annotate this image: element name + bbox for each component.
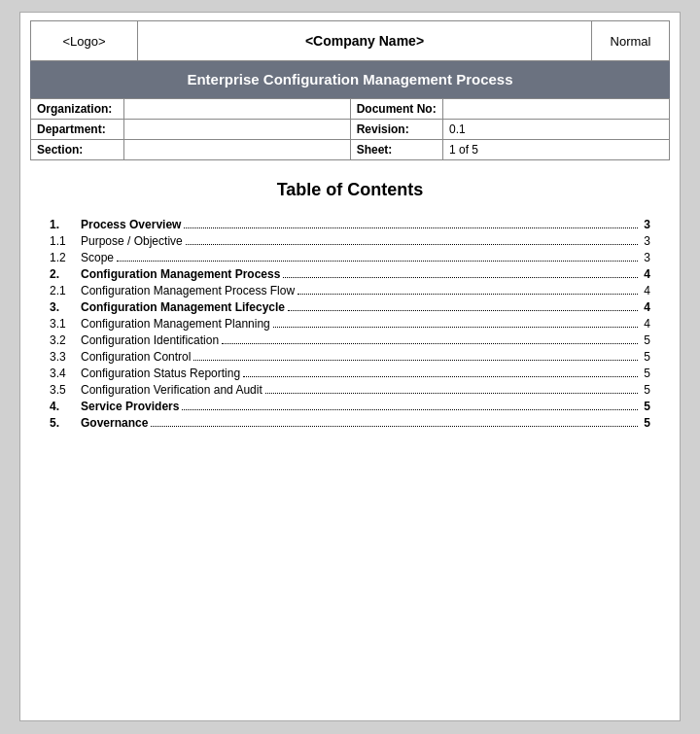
info-table: Organization: Document No: Department: R…	[30, 98, 670, 160]
toc-text: Configuration Management Process Flow	[81, 284, 295, 297]
toc-dots	[184, 227, 638, 228]
normal-cell: Normal	[591, 21, 669, 60]
title-bar: Enterprise Configuration Management Proc…	[30, 61, 670, 98]
toc-page: 4	[641, 284, 650, 297]
toc-dots	[151, 426, 638, 427]
table-row: Section: Sheet: 1 of 5	[31, 140, 670, 160]
toc-number: 2.	[50, 267, 81, 281]
toc-number: 3.2	[50, 333, 81, 347]
toc-page: 5	[641, 367, 650, 380]
sheet-value: 1 of 5	[442, 140, 669, 160]
toc-entry: 2.Configuration Management Process4	[50, 267, 650, 281]
toc-number: 4.	[50, 400, 81, 413]
toc-dots	[186, 244, 638, 245]
toc-text: Scope	[81, 251, 114, 264]
toc-dots	[288, 310, 638, 311]
toc-entry: 4.Service Providers5	[50, 400, 650, 413]
toc-entry: 1.Process Overview3	[50, 218, 650, 231]
toc-text: Configuration Management Planning	[81, 317, 270, 331]
logo-label: <Logo>	[62, 34, 105, 49]
toc-heading: Table of Contents	[50, 180, 650, 200]
toc-page: 5	[641, 416, 650, 430]
toc-entry: 3.1Configuration Management Planning4	[50, 317, 650, 331]
section-label: Section:	[31, 140, 124, 160]
toc-number: 3.1	[50, 317, 81, 331]
toc-page: 5	[641, 350, 650, 364]
toc-dots	[273, 327, 638, 328]
org-label: Organization:	[31, 99, 124, 120]
toc-page: 4	[641, 267, 650, 281]
toc-number: 3.5	[50, 383, 81, 397]
revision-label: Revision:	[350, 120, 442, 140]
toc-text: Configuration Management Lifecycle	[81, 300, 285, 314]
dept-label: Department:	[31, 120, 124, 140]
toc-text: Service Providers	[81, 400, 179, 413]
toc-page: 4	[641, 300, 650, 314]
toc-dots	[298, 294, 638, 295]
normal-label: Normal	[611, 34, 651, 49]
toc-dots	[265, 393, 638, 394]
toc-entry: 3.3Configuration Control5	[50, 350, 650, 364]
toc-text: Configuration Control	[81, 350, 191, 364]
toc-dots	[222, 343, 638, 344]
toc-number: 1.	[50, 218, 81, 231]
toc-dots	[182, 409, 638, 410]
toc-number: 3.4	[50, 367, 81, 380]
toc-dots	[283, 277, 638, 278]
logo-cell: <Logo>	[31, 21, 138, 60]
toc-text: Configuration Status Reporting	[81, 367, 240, 380]
toc-text: Configuration Management Process	[81, 267, 280, 281]
toc-text: Process Overview	[81, 218, 181, 231]
toc-page: 3	[641, 234, 650, 248]
revision-value: 0.1	[442, 120, 669, 140]
toc-number: 1.2	[50, 251, 81, 264]
toc-entry: 3.Configuration Management Lifecycle4	[50, 300, 650, 314]
toc-page: 5	[641, 400, 650, 413]
document-title: Enterprise Configuration Management Proc…	[187, 71, 512, 87]
toc-number: 5.	[50, 416, 81, 430]
toc-entry: 1.2Scope3	[50, 251, 650, 264]
toc-text: Purpose / Objective	[81, 234, 183, 248]
toc-page: 4	[641, 317, 650, 331]
toc-number: 3.	[50, 300, 81, 314]
sheet-label: Sheet:	[350, 140, 442, 160]
toc-entry: 5.Governance5	[50, 416, 650, 430]
table-row: Organization: Document No:	[31, 99, 670, 120]
dept-value	[123, 120, 350, 140]
toc-text: Configuration Identification	[81, 333, 219, 347]
toc-entry: 3.4Configuration Status Reporting5	[50, 367, 650, 380]
company-name-cell: <Company Name>	[138, 21, 591, 60]
header-bar: <Logo> <Company Name> Normal	[30, 20, 670, 61]
toc-page: 3	[641, 218, 650, 231]
toc-entry: 3.2Configuration Identification5	[50, 333, 650, 347]
toc-dots	[117, 261, 638, 262]
toc-page: 3	[641, 251, 650, 264]
org-value	[123, 99, 350, 120]
company-name-label: <Company Name>	[305, 33, 424, 49]
toc-page: 5	[641, 383, 650, 397]
toc-page: 5	[641, 333, 650, 347]
toc-text: Governance	[81, 416, 148, 430]
toc-section: Table of Contents 1.Process Overview31.1…	[20, 160, 680, 452]
toc-number: 2.1	[50, 284, 81, 297]
document-page: <Logo> <Company Name> Normal Enterprise …	[19, 12, 681, 721]
toc-entry: 2.1Configuration Management Process Flow…	[50, 284, 650, 297]
toc-dots	[243, 376, 638, 377]
toc-number: 3.3	[50, 350, 81, 364]
toc-dots	[193, 360, 638, 361]
section-value	[123, 140, 350, 160]
table-row: Department: Revision: 0.1	[31, 120, 670, 140]
toc-entries: 1.Process Overview31.1Purpose / Objectiv…	[50, 218, 650, 430]
docno-label: Document No:	[350, 99, 442, 120]
toc-number: 1.1	[50, 234, 81, 248]
toc-entry: 1.1Purpose / Objective3	[50, 234, 650, 248]
toc-entry: 3.5Configuration Verification and Audit5	[50, 383, 650, 397]
toc-text: Configuration Verification and Audit	[81, 383, 262, 397]
docno-value	[442, 99, 669, 120]
